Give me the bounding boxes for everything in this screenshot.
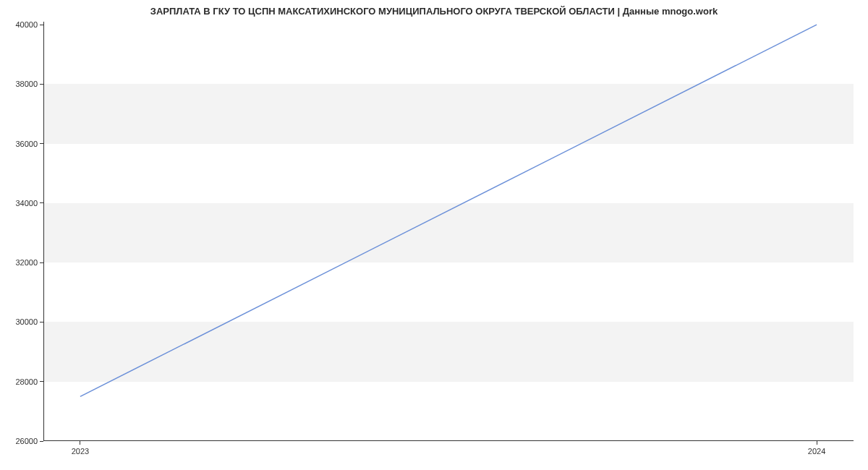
x-tick-mark xyxy=(817,441,817,445)
y-tick-mark xyxy=(40,84,43,85)
y-tick-label: 28000 xyxy=(15,377,38,386)
y-tick-mark xyxy=(40,441,43,442)
y-tick-mark xyxy=(40,25,43,25)
y-tick-label: 26000 xyxy=(15,437,38,445)
y-tick-label: 32000 xyxy=(15,258,38,267)
chart-container: ЗАРПЛАТА В ГКУ ТО ЦСПН МАКСАТИХИНСКОГО М… xyxy=(0,0,868,470)
y-tick-mark xyxy=(40,381,43,382)
y-tick-mark xyxy=(40,322,43,322)
x-tick-label: 2023 xyxy=(72,447,89,456)
y-tick-mark xyxy=(40,143,43,144)
data-line xyxy=(80,25,817,396)
y-tick-label: 40000 xyxy=(15,20,38,29)
y-tick-label: 36000 xyxy=(15,140,38,148)
x-tick-label: 2024 xyxy=(808,447,825,456)
y-tick-label: 30000 xyxy=(15,317,38,326)
chart-title: ЗАРПЛАТА В ГКУ ТО ЦСПН МАКСАТИХИНСКОГО М… xyxy=(0,6,868,17)
y-tick-mark xyxy=(40,202,43,203)
y-tick-mark xyxy=(40,262,43,263)
line-layer xyxy=(43,22,854,441)
plot-area: 2600028000300003200034000360003800040000… xyxy=(43,22,854,441)
y-tick-label: 38000 xyxy=(15,80,38,88)
x-tick-mark xyxy=(80,441,80,445)
y-tick-label: 34000 xyxy=(15,199,38,208)
